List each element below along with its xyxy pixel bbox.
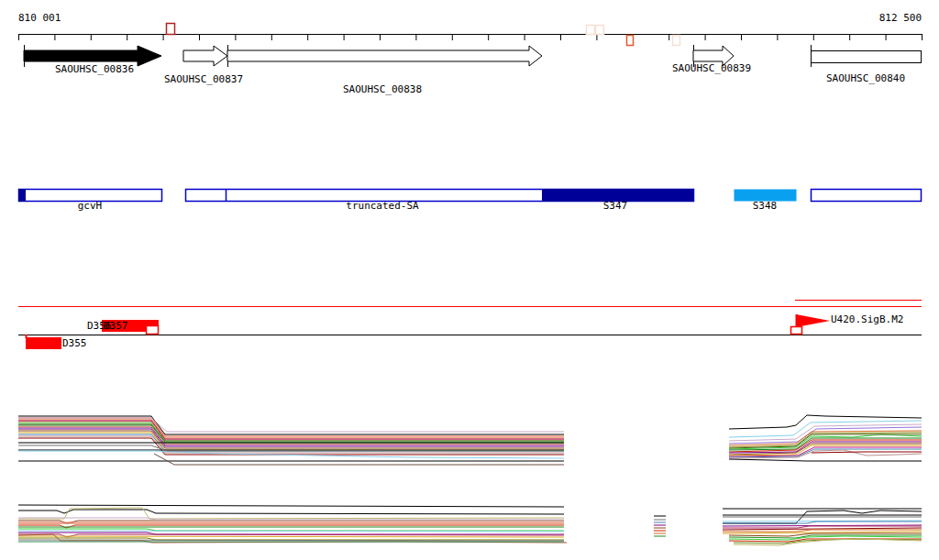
- gene-label: SAOUHSC_00839: [672, 63, 751, 73]
- region-box[interactable]: [812, 190, 922, 202]
- coverage-profile-lower-series: [723, 530, 922, 532]
- region-label: gcvH: [78, 201, 103, 211]
- tss-feature-box[interactable]: [26, 337, 61, 349]
- gene-arrow[interactable]: [227, 46, 542, 66]
- gene-label: SAOUHSC_00838: [343, 84, 422, 94]
- ruler-end-coordinate: 812 500: [879, 13, 922, 23]
- coverage-profile-lower-series: [18, 505, 564, 507]
- region-segment[interactable]: [18, 189, 26, 202]
- coverage-profile-lower-series: [18, 536, 564, 537]
- gene-box[interactable]: [812, 51, 922, 63]
- coverage-profile-lower-series: [18, 510, 564, 514]
- coverage-profile-upper-series: [812, 452, 922, 453]
- genome-browser-stage: 810 001 812 500 SAOUHSC_00836SAOUHSC_008…: [0, 0, 939, 560]
- ruler-feature-marker[interactable]: [627, 36, 634, 46]
- coverage-profile-upper-series: [154, 454, 564, 465]
- gene-arrow[interactable]: [183, 46, 227, 66]
- gene-label: SAOUHSC_00836: [55, 64, 134, 74]
- ruler-feature-marker[interactable]: [167, 24, 175, 35]
- tracks-canvas: [0, 0, 939, 560]
- ruler-feature-marker[interactable]: [587, 26, 595, 35]
- region-label: S347: [603, 201, 628, 211]
- region-label: truncated-SA: [346, 201, 418, 211]
- gene-label: SAOUHSC_00840: [826, 73, 905, 83]
- region-label: S348: [753, 201, 778, 211]
- tss-open-box[interactable]: [147, 326, 159, 335]
- tss-flag[interactable]: [796, 314, 830, 327]
- tss-label: U420.SigB.M2: [831, 314, 903, 324]
- tss-open-box[interactable]: [791, 327, 802, 335]
- ruler-feature-marker[interactable]: [673, 36, 680, 46]
- coverage-profile-upper-series: [729, 459, 922, 461]
- ruler-feature-marker[interactable]: [596, 26, 604, 35]
- tss-label: D355: [62, 338, 87, 348]
- ruler-start-coordinate: 810 001: [18, 13, 61, 23]
- tss-label: D357: [104, 321, 128, 331]
- gene-label: SAOUHSC_00837: [164, 74, 243, 84]
